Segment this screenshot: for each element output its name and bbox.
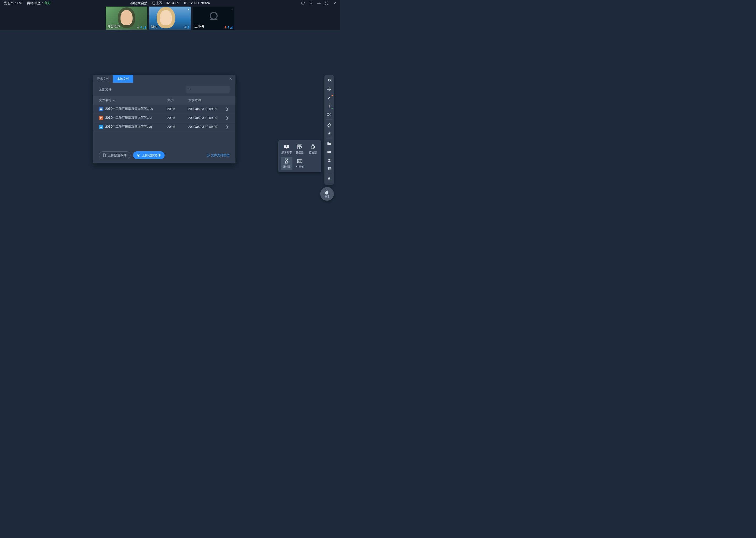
file-size: 200M [167,116,188,120]
mic-icon [140,26,142,28]
file-type-icon: P [99,116,103,120]
rail-folder[interactable] [324,139,334,148]
table-row[interactable]: P2019年工作汇报情况查询等等.ppt200M2020/06/23 12:09… [93,114,235,123]
svg-text:B: B [300,145,301,146]
mic-icon [227,26,229,28]
chat-icon [327,167,331,171]
filter-label[interactable]: 全部文件 [99,87,112,92]
file-size: 200M [167,125,188,129]
signal-bars-icon [230,26,233,28]
raise-hand-button[interactable]: 0/2 [320,187,334,201]
svg-point-16 [208,154,209,155]
tab-cloud-files[interactable]: 云盘文件 [93,75,113,83]
file-mtime: 2020/06/23 12:09:09 [188,107,225,111]
pen-icon [327,96,331,100]
pointer-icon [327,79,331,83]
maximize-icon[interactable] [325,1,329,5]
tool-answer[interactable]: AB 答题器 [294,143,306,155]
file-name: 2019年工作汇报情况查询等等.jpg [105,125,152,129]
video-tile-student-1[interactable]: × Nina [149,7,191,30]
table-row[interactable]: ▲2019年工作汇报情况查询等等.jpg200M2020/06/23 12:09… [93,123,235,131]
rail-chat[interactable] [324,164,334,173]
video-tile-student-2[interactable]: × 王小明 [193,7,234,30]
buzzer-icon [310,144,316,150]
svg-rect-32 [329,152,330,152]
svg-rect-31 [328,152,329,152]
svg-text:2+3: 2+3 [298,160,301,162]
tab-local-files[interactable]: 本地文件 [113,75,133,83]
supported-types-link[interactable]: 文件支持类型 [207,153,230,158]
rail-eraser[interactable] [324,121,334,129]
participant-name: Nina [151,25,158,28]
video-tile-teacher[interactable]: 叮当老师 [106,7,147,30]
search-input[interactable] [186,86,230,93]
rail-spotlight[interactable] [324,129,334,137]
file-size: 200M [167,107,188,111]
svg-rect-10 [228,26,229,27]
file-dialog: 云盘文件 本地文件 ✕ 全部文件 文件名称▾ 大小 修改时间 W2019年工作汇… [93,75,235,163]
search-icon [188,88,191,91]
tool-buzzer[interactable]: 抢答器 [307,143,319,155]
upload-anim-button[interactable]: 上传动效文件 [133,151,165,159]
play-circle-icon [137,154,140,157]
hand-count: 0/2 [325,195,329,198]
tool-timer[interactable]: 计时器 [281,157,292,170]
mini-board-icon: 2+3 [297,158,303,164]
svg-rect-7 [188,26,189,27]
toolbox-popup: 屏幕共享 AB 答题器 抢答器 计时器 2+3 小黑板 [278,140,321,172]
sort-icon: ▾ [113,98,115,102]
table-row[interactable]: W2019年工作汇报情况查询等等.doc200M2020/06/23 12:09… [93,105,235,114]
info-icon [207,154,210,157]
col-name[interactable]: 文件名称▾ [99,98,167,102]
dialog-close-icon[interactable]: ✕ [229,77,232,81]
status-bar: 丢包率：0% 网络状态：良好 神秘大自然 已上课：02:34:09 ID：202… [0,0,340,6]
record-icon[interactable] [301,1,305,5]
rail-pen[interactable] [324,93,334,102]
col-mtime[interactable]: 修改时间 [188,98,225,102]
rail-bell[interactable] [324,175,334,183]
delete-button[interactable] [225,107,235,111]
apps-icon [327,150,331,154]
session-id: 2020070324 [191,1,210,5]
svg-point-3 [138,27,138,27]
tile-close-icon[interactable]: × [231,7,233,12]
camera-icon [137,26,139,28]
rail-apps[interactable] [324,148,334,156]
svg-line-12 [190,90,191,91]
rail-move[interactable] [324,85,334,93]
net-label: 网络状态： [27,1,44,5]
rail-scissors[interactable] [324,110,334,119]
camera-off-icon [210,12,217,20]
net-value: 良好 [44,1,51,5]
bell-icon [327,177,331,181]
document-icon [103,153,106,157]
rail-text[interactable] [324,102,334,110]
svg-point-27 [328,115,329,116]
spotlight-icon [327,131,331,135]
user-icon [327,158,331,162]
tool-screen-share[interactable]: 屏幕共享 [281,143,292,155]
close-icon[interactable]: ✕ [333,1,337,5]
svg-rect-20 [298,147,300,149]
upload-plain-button[interactable]: 上传普通课件 [99,151,130,159]
minimize-icon[interactable]: — [317,1,321,5]
svg-point-6 [185,27,186,27]
svg-point-26 [328,113,329,114]
elapsed-time: 02:34:09 [166,1,179,5]
file-type-icon: W [99,107,103,111]
file-type-icon: ▲ [99,125,103,129]
video-strip: 叮当老师 × Nina × 王小明 [0,6,340,30]
tile-close-icon[interactable]: × [187,7,190,12]
delete-button[interactable] [225,116,235,120]
rail-user[interactable] [324,156,334,164]
screen-share-icon [284,144,290,150]
loss-label: 丢包率： [4,1,17,5]
rail-pointer[interactable] [324,77,334,85]
mic-muted-icon [224,26,226,28]
delete-button[interactable] [225,125,235,129]
tool-mini-board[interactable]: 2+3 小黑板 [294,157,306,170]
table-header: 文件名称▾ 大小 修改时间 [93,96,235,105]
col-size[interactable]: 大小 [167,98,188,102]
svg-rect-0 [302,2,304,4]
gear-icon[interactable] [309,1,313,5]
